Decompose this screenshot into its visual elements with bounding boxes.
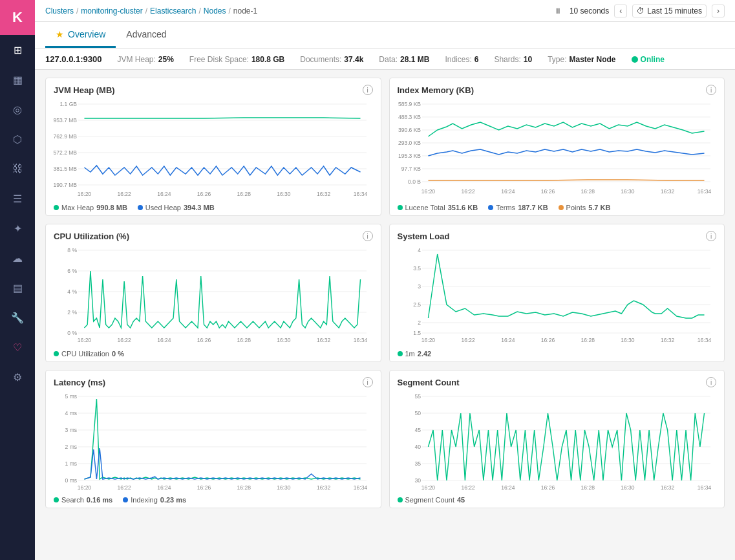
max-heap-label: Max Heap (61, 204, 94, 211)
svg-text:585.9 KB: 585.9 KB (398, 101, 420, 107)
jvm-heap-info-icon[interactable]: i (363, 85, 373, 95)
jvm-heap-title: JVM Heap (MB) (54, 85, 115, 95)
info-bar: 127.0.0.1:9300 JVM Heap: 25% Free Disk S… (35, 49, 735, 70)
grid-icon: ▤ (13, 282, 23, 294)
system-load-svg: 4 3.5 3 2.5 2 1.5 16:20 16:22 16:24 16:2… (398, 244, 717, 347)
sidebar-item-list[interactable]: ☰ (0, 184, 35, 213)
jvm-heap-svg: 1.1 GB 953.7 MB 762.9 MB 572.2 MB 381.5 … (54, 98, 373, 201)
latency-info-icon[interactable]: i (363, 377, 373, 387)
breadcrumb-elasticsearch[interactable]: Elasticsearch (150, 6, 196, 16)
sidebar-item-home[interactable]: ⊞ (0, 35, 35, 65)
segment-count-chart: 55 50 45 40 35 30 16:20 16:22 16:24 16:2… (398, 390, 717, 493)
indices-value: 6 (474, 55, 479, 64)
svg-text:3: 3 (418, 283, 421, 290)
cpu-info-icon[interactable]: i (363, 231, 373, 241)
sidebar-item-puzzle[interactable]: ✦ (0, 213, 35, 243)
breadcrumb-monitoring-cluster[interactable]: monitoring-cluster (81, 6, 142, 16)
used-heap-label: Used Heap (145, 204, 181, 211)
app-logo[interactable]: K (0, 0, 35, 35)
used-heap-value: 394.3 MB (184, 204, 215, 211)
svg-text:16:26: 16:26 (540, 337, 554, 343)
svg-text:50: 50 (414, 410, 421, 416)
svg-text:2.5: 2.5 (413, 301, 421, 308)
svg-text:16:30: 16:30 (621, 484, 634, 491)
heartbeat-icon: ♡ (13, 341, 22, 354)
svg-text:16:32: 16:32 (660, 484, 674, 491)
sidebar-item-settings[interactable]: ⚙ (0, 362, 35, 392)
svg-text:16:20: 16:20 (421, 337, 434, 343)
tab-advanced-label: Advanced (126, 29, 166, 39)
puzzle-icon: ✦ (14, 222, 22, 235)
tab-advanced[interactable]: Advanced (116, 23, 176, 48)
breadcrumb-node-1: node-1 (233, 6, 257, 16)
index-memory-legend: Lucene Total 351.6 KB Terms 187.7 KB Poi… (398, 204, 717, 211)
data-value: 28.1 MB (400, 55, 429, 64)
load-1m-value: 2.42 (418, 350, 431, 358)
svg-text:16:22: 16:22 (117, 191, 131, 197)
system-load-title: System Load (398, 232, 450, 241)
svg-text:572.2 MB: 572.2 MB (54, 149, 77, 156)
legend-cpu: CPU Utilization 0 % (54, 350, 124, 358)
svg-text:16:30: 16:30 (621, 188, 634, 195)
sidebar-item-monitoring[interactable]: ◎ (0, 94, 35, 124)
status-info: Online (632, 55, 665, 64)
free-disk-label: Free Disk Space: (189, 55, 249, 64)
jvm-heap-info: JVM Heap: 25% (117, 55, 173, 64)
system-load-header: System Load i (398, 231, 717, 241)
sidebar-item-charts[interactable]: ▦ (0, 65, 35, 94)
legend-segment-count: Segment Count 45 (398, 496, 465, 504)
max-heap-dot (54, 205, 59, 210)
svg-text:16:24: 16:24 (501, 188, 515, 195)
sidebar-item-heartbeat[interactable]: ♡ (0, 332, 35, 362)
svg-text:16:28: 16:28 (237, 337, 251, 343)
latency-svg: 5 ms 4 ms 3 ms 2 ms 1 ms 0 ms 16:20 16:2… (54, 390, 373, 493)
sidebar-item-graph[interactable]: ⛓ (0, 154, 35, 184)
index-memory-chart: 585.9 KB 488.3 KB 390.6 KB 293.0 KB 195.… (398, 98, 717, 201)
breadcrumb-clusters[interactable]: Clusters (45, 6, 74, 16)
shards-label: Shards: (494, 55, 520, 64)
svg-text:16:20: 16:20 (421, 188, 434, 195)
segment-count-info-icon[interactable]: i (706, 377, 716, 387)
latency-panel: Latency (ms) i 5 ms 4 ms 3 ms 2 ms (45, 370, 381, 508)
segment-count-panel: Segment Count i 55 50 45 40 (389, 370, 725, 508)
svg-text:16:26: 16:26 (197, 337, 211, 343)
charts-row-2: CPU Utilization (%) i 8 % 6 % 4 % 2 % (45, 224, 725, 362)
svg-text:16:22: 16:22 (117, 484, 131, 491)
time-range-selector[interactable]: ⏱ Last 15 minutes (632, 5, 707, 17)
svg-text:1.5: 1.5 (413, 330, 421, 336)
status-label: Online (641, 55, 665, 64)
system-load-legend: 1m 2.42 (398, 350, 717, 358)
svg-text:16:24: 16:24 (157, 191, 171, 197)
sidebar-item-shield[interactable]: ⬡ (0, 124, 35, 154)
tab-overview-label: Overview (68, 29, 105, 39)
sidebar-item-wrench[interactable]: 🔧 (0, 303, 35, 332)
indexing-value: 0.23 ms (160, 496, 186, 504)
prev-button[interactable]: ‹ (614, 5, 627, 17)
next-button[interactable]: › (712, 5, 725, 17)
time-range-label: Last 15 minutes (647, 6, 702, 16)
svg-text:0 %: 0 % (67, 330, 77, 336)
sidebar-item-cloud[interactable]: ☁ (0, 243, 35, 273)
breadcrumb: Clusters / monitoring-cluster / Elastics… (45, 6, 257, 16)
svg-text:16:34: 16:34 (354, 484, 367, 491)
tab-bar: ★ Overview Advanced (35, 22, 735, 49)
search-label: Search (61, 496, 84, 504)
svg-text:16:20: 16:20 (421, 484, 434, 491)
svg-text:97.7 KB: 97.7 KB (401, 166, 421, 172)
pause-button[interactable]: ⏸ (551, 5, 564, 17)
latency-chart: 5 ms 4 ms 3 ms 2 ms 1 ms 0 ms 16:20 16:2… (54, 390, 373, 493)
star-icon: ★ (56, 29, 64, 39)
svg-text:16:22: 16:22 (461, 484, 474, 491)
tab-overview[interactable]: ★ Overview (45, 23, 116, 48)
system-load-info-icon[interactable]: i (706, 231, 716, 241)
cpu-dot (54, 351, 59, 356)
cpu-title: CPU Utilization (%) (54, 232, 129, 241)
used-heap-dot (138, 205, 143, 210)
svg-text:16:32: 16:32 (660, 188, 674, 195)
svg-text:16:34: 16:34 (354, 337, 367, 343)
index-memory-info-icon[interactable]: i (706, 85, 716, 95)
sidebar-item-grid[interactable]: ▤ (0, 273, 35, 303)
breadcrumb-nodes[interactable]: Nodes (204, 6, 226, 16)
svg-text:16:30: 16:30 (277, 191, 290, 197)
clock-icon: ⏱ (637, 6, 644, 16)
